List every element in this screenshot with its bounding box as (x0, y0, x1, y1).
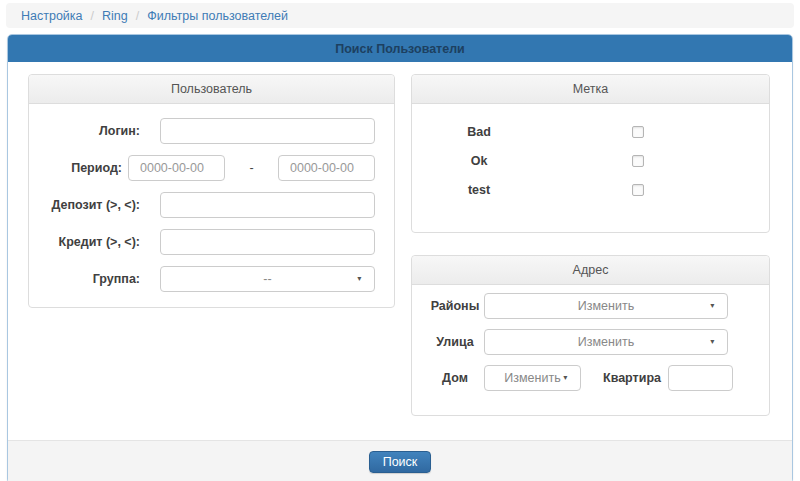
address-section: Адрес Районы Изменить ▼ Улица Изменить (411, 255, 770, 416)
login-label: Логин: (29, 124, 160, 138)
apartment-label: Квартира (603, 371, 661, 385)
breadcrumb-link-user-filters[interactable]: Фильтры пользователей (147, 9, 288, 23)
panel-body: Пользователь Логин: Период: - Депозит (>… (8, 62, 792, 440)
mark-checkbox-test[interactable] (632, 184, 644, 196)
house-select[interactable]: Изменить ▼ (484, 365, 581, 391)
deposit-label: Депозит (>, <): (29, 198, 160, 212)
period-separator: - (225, 161, 278, 175)
user-section-title: Пользователь (29, 75, 394, 104)
mark-section: Метка Bad Ok test (411, 74, 770, 233)
period-to-input[interactable] (278, 155, 375, 181)
deposit-input[interactable] (160, 192, 375, 218)
login-row: Логин: (29, 118, 375, 144)
deposit-row: Депозит (>, <): (29, 192, 375, 218)
chevron-down-icon: ▼ (562, 374, 569, 381)
apartment-input[interactable] (668, 365, 733, 391)
house-label: Дом (426, 371, 484, 385)
street-select[interactable]: Изменить ▼ (484, 329, 728, 355)
breadcrumb: Настройка / Ring / Фильтры пользователей (6, 3, 794, 28)
breadcrumb-separator: / (91, 9, 94, 23)
group-label: Группа: (29, 272, 160, 286)
period-from-input[interactable] (128, 155, 225, 181)
period-row: Период: - (29, 155, 375, 181)
mark-section-title: Метка (412, 75, 769, 104)
panel-footer: Поиск (8, 440, 792, 481)
house-select-value: Изменить (504, 371, 560, 385)
house-row: Дом Изменить ▼ Квартира (426, 365, 755, 391)
mark-label-bad: Bad (412, 125, 546, 139)
breadcrumb-link-settings[interactable]: Настройка (21, 9, 83, 23)
street-row: Улица Изменить ▼ (426, 329, 755, 355)
group-select[interactable]: -- ▼ (160, 266, 375, 292)
address-section-body: Районы Изменить ▼ Улица Изменить ▼ (412, 285, 769, 415)
breadcrumb-link-ring[interactable]: Ring (102, 9, 128, 23)
mark-row-test: test (412, 179, 769, 201)
address-section-title: Адрес (412, 256, 769, 285)
user-column: Пользователь Логин: Период: - Депозит (>… (28, 74, 395, 416)
search-button[interactable]: Поиск (369, 451, 432, 473)
user-section-body: Логин: Период: - Депозит (>, <): (29, 104, 394, 307)
mark-label-test: test (412, 183, 546, 197)
credit-row: Кредит (>, <): (29, 229, 375, 255)
right-column: Метка Bad Ok test (411, 74, 770, 416)
period-label: Период: (29, 161, 128, 175)
districts-row: Районы Изменить ▼ (426, 293, 755, 319)
group-select-value: -- (263, 272, 271, 286)
mark-checkbox-ok[interactable] (632, 155, 644, 167)
street-label: Улица (426, 335, 484, 349)
mark-label-ok: Ok (412, 154, 546, 168)
credit-label: Кредит (>, <): (29, 235, 160, 249)
mark-section-body: Bad Ok test (412, 104, 769, 232)
chevron-down-icon: ▼ (356, 275, 363, 282)
districts-select-value: Изменить (578, 299, 634, 313)
login-input[interactable] (160, 118, 375, 144)
panel-title: Поиск Пользователи (8, 35, 792, 62)
chevron-down-icon: ▼ (709, 302, 716, 309)
districts-label: Районы (426, 299, 484, 313)
group-row: Группа: -- ▼ (29, 266, 375, 292)
mark-row-ok: Ok (412, 150, 769, 172)
mark-checkbox-bad[interactable] (632, 126, 644, 138)
search-users-panel: Поиск Пользователи Пользователь Логин: П… (7, 34, 793, 481)
user-section: Пользователь Логин: Период: - Депозит (>… (28, 74, 395, 308)
chevron-down-icon: ▼ (709, 338, 716, 345)
credit-input[interactable] (160, 229, 375, 255)
mark-row-bad: Bad (412, 121, 769, 143)
breadcrumb-separator: / (136, 9, 139, 23)
districts-select[interactable]: Изменить ▼ (484, 293, 728, 319)
street-select-value: Изменить (578, 335, 634, 349)
